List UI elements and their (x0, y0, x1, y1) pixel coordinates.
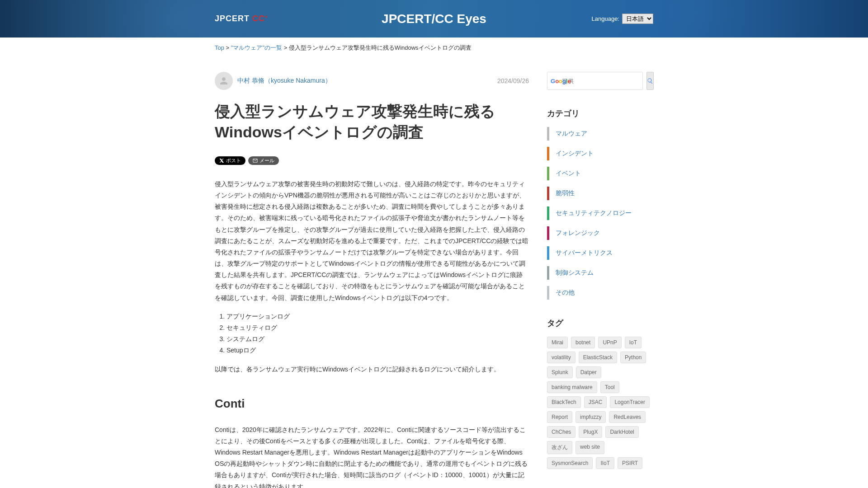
logo-cc: CC (252, 14, 268, 23)
share-x-label: ポスト (226, 157, 241, 164)
breadcrumb-top[interactable]: Top (215, 44, 224, 51)
tag[interactable]: DarkHotel (605, 426, 638, 438)
category-link[interactable]: インシデント (556, 150, 594, 157)
header-inner: JPCERT CC JPCERT/CC Eyes Language: 日本語 (208, 0, 660, 38)
search-button[interactable] (646, 72, 654, 90)
search-icon (647, 78, 653, 84)
tag[interactable]: IoT (625, 337, 642, 348)
breadcrumb-current: 侵入型ランサムウェア攻撃発生時に残るWindowsイベントログの調査 (289, 44, 472, 51)
list-item: セキュリティログ (226, 322, 529, 333)
breadcrumb-category[interactable]: "マルウェア"の一覧 (231, 44, 282, 51)
share-mail-label: メール (259, 157, 274, 164)
category-list: マルウェアインシデントイベント脆弱性セキュリティテクノロジーフォレンジックサイバ… (547, 127, 653, 300)
list-item: アプリケーションログ (226, 311, 529, 322)
page-container: 中村 恭脩（kyosuke Nakamura） 2024/09/26 侵入型ラン… (215, 72, 653, 488)
tag-list: MiraibotnetUPnPIoTvolatilityElasticStack… (547, 337, 653, 469)
share-mail-button[interactable]: メール (248, 156, 279, 165)
main-content: 中村 恭脩（kyosuke Nakamura） 2024/09/26 侵入型ラン… (215, 72, 529, 488)
tag[interactable]: 改ざん (547, 441, 572, 454)
breadcrumb-sep: > (224, 44, 231, 51)
tag[interactable]: ChChes (547, 426, 576, 438)
article-paragraph: Contiは、2020年に確認されたランサムウェアです。2022年に、Conti… (215, 424, 529, 488)
tag[interactable]: Report (547, 411, 572, 423)
person-icon (218, 75, 229, 86)
site-title: JPCERT/CC Eyes (382, 12, 486, 26)
tag[interactable]: Splunk (547, 366, 573, 378)
tag[interactable]: Tool (600, 381, 619, 393)
category-item: セキュリティテクノロジー (547, 206, 653, 220)
category-link[interactable]: マルウェア (556, 130, 587, 137)
categories-heading: カテゴリ (547, 108, 653, 119)
sidebar: Google カテゴリ マルウェアインシデントイベント脆弱性セキュリティテクノロ… (547, 72, 653, 488)
tag[interactable]: JSAC (584, 396, 607, 408)
site-logo[interactable]: JPCERT CC (215, 14, 268, 23)
author-avatar (215, 72, 233, 90)
site-header: JPCERT CC JPCERT/CC Eyes Language: 日本語 (0, 0, 868, 38)
tag[interactable]: UPnP (598, 337, 621, 348)
tags-heading: タグ (547, 318, 653, 328)
list-item: システムログ (226, 333, 529, 345)
tag[interactable]: web site (576, 441, 604, 454)
search-input[interactable] (547, 72, 643, 90)
category-item: サイバーメトリクス (547, 246, 653, 260)
category-item: その他 (547, 286, 653, 300)
language-label: Language: (592, 15, 619, 22)
log-list: アプリケーションログ セキュリティログ システムログ Setupログ (226, 311, 529, 357)
category-link[interactable]: サイバーメトリクス (556, 249, 613, 256)
category-item: 制御システム (547, 266, 653, 280)
section-heading-conti: Conti (215, 393, 529, 414)
search-wrap: Google (547, 72, 653, 90)
share-row: ポスト メール (215, 156, 529, 165)
tag[interactable]: impfuzzy (576, 411, 606, 423)
x-icon (219, 158, 224, 163)
tag[interactable]: banking malware (547, 381, 597, 393)
category-item: インシデント (547, 147, 653, 160)
article-paragraph: 侵入型ランサムウェア攻撃の被害発生時の初動対応で難しいのは、侵入経路の特定です。… (215, 178, 529, 304)
article-title: 侵入型ランサムウェア攻撃発生時に残るWindowsイベントログの調査 (215, 101, 529, 143)
tag[interactable]: Datper (576, 366, 601, 378)
language-switcher: Language: 日本語 (592, 14, 653, 24)
breadcrumb-sep: > (282, 44, 289, 51)
article-paragraph: 以降では、各ランサムウェア実行時にWindowsイベントログに記録されるログにつ… (215, 364, 529, 375)
category-link[interactable]: 制御システム (556, 269, 594, 276)
category-link[interactable]: フォレンジック (556, 229, 600, 236)
search-input-wrap: Google (547, 72, 643, 90)
author-row: 中村 恭脩（kyosuke Nakamura） 2024/09/26 (215, 72, 529, 90)
logo-prefix: JPCERT (215, 14, 252, 23)
share-x-button[interactable]: ポスト (215, 156, 245, 165)
tag[interactable]: SysmonSearch (547, 457, 593, 469)
category-link[interactable]: イベント (556, 169, 581, 177)
tag[interactable]: PlugX (579, 426, 602, 438)
author-name[interactable]: 中村 恭脩（kyosuke Nakamura） (237, 77, 331, 85)
tag[interactable]: volatility (547, 352, 576, 363)
tag[interactable]: ElasticStack (579, 352, 617, 363)
post-date: 2024/09/26 (497, 77, 529, 84)
tag[interactable]: LogonTracer (610, 396, 650, 408)
language-select[interactable]: 日本語 (622, 14, 653, 24)
breadcrumb: Top > "マルウェア"の一覧 > 侵入型ランサムウェア攻撃発生時に残るWin… (215, 38, 653, 58)
category-item: マルウェア (547, 127, 653, 141)
category-item: フォレンジック (547, 226, 653, 240)
tag[interactable]: IIoT (596, 457, 614, 469)
article-body: 侵入型ランサムウェア攻撃の被害発生時の初動対応で難しいのは、侵入経路の特定です。… (215, 178, 529, 488)
category-link[interactable]: セキュリティテクノロジー (556, 209, 632, 216)
category-item: 脆弱性 (547, 187, 653, 200)
tag[interactable]: Mirai (547, 337, 568, 348)
list-item: Setupログ (226, 345, 529, 356)
mail-icon (253, 158, 258, 163)
tag[interactable]: BlackTech (547, 396, 581, 408)
tag[interactable]: botnet (571, 337, 595, 348)
tag[interactable]: PSIRT (618, 457, 642, 469)
tag[interactable]: Python (620, 352, 646, 363)
category-link[interactable]: その他 (556, 289, 575, 296)
category-item: イベント (547, 167, 653, 180)
category-link[interactable]: 脆弱性 (556, 189, 575, 197)
tag[interactable]: RedLeaves (609, 411, 646, 423)
